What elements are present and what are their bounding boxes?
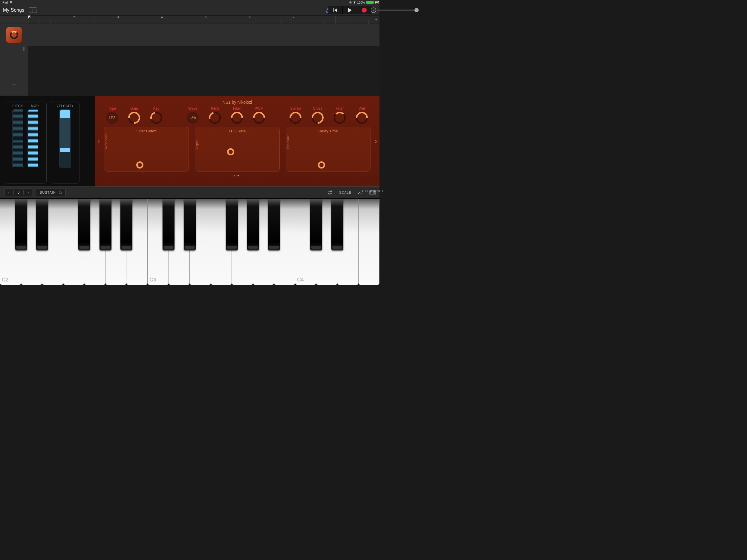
black-key[interactable]: [15, 199, 27, 250]
status-bar: iPad 8:55 PM 100% ⚡: [0, 0, 380, 5]
add-bars-button[interactable]: ＋: [374, 17, 378, 22]
page-indicator[interactable]: ●●: [104, 174, 370, 177]
mod-wheel[interactable]: [27, 109, 39, 168]
next-page-button[interactable]: ›: [375, 136, 377, 146]
keyboard[interactable]: C2 C3 C4: [0, 198, 380, 285]
pitch-wheel[interactable]: [12, 109, 24, 168]
octave-control: ‹ 0 ›: [4, 188, 33, 196]
songs-button[interactable]: My Songs: [3, 7, 24, 13]
knob-pitch[interactable]: Pitch: [207, 106, 223, 124]
black-key[interactable]: [268, 199, 280, 250]
bar-mark: 2: [72, 16, 75, 24]
octave-up-button[interactable]: ›: [24, 190, 32, 195]
bar-mark: 6: [248, 16, 251, 24]
octave-value: 0: [14, 190, 24, 195]
bar-mark: 3: [116, 16, 119, 24]
bar-mark: 4: [160, 16, 163, 24]
add-track-button[interactable]: ＋: [0, 74, 28, 96]
volume-slider[interactable]: [377, 9, 380, 11]
instrument-panel: PITCH — MOD VELOCITY ‹ › NS1 by Nikolozi…: [0, 96, 380, 186]
black-key[interactable]: [100, 199, 111, 250]
svg-point-17: [361, 193, 362, 194]
xy-pad-delay[interactable]: Delay Time Feedback: [286, 127, 370, 172]
track-header-1[interactable]: [0, 24, 28, 46]
octave-down-button[interactable]: ‹: [4, 190, 14, 195]
svg-rect-10: [59, 192, 61, 194]
keyboard-toolbar: ‹ 0 › SUSTAIN GLISSANDO ● ○ SCALE: [0, 186, 380, 198]
timeline[interactable]: 1 2 3 4 5 6 7 8 ＋: [28, 16, 380, 96]
knob-key[interactable]: Key: [148, 106, 164, 124]
mod-label: MOD: [31, 104, 39, 108]
knob-gain[interactable]: Gain: [126, 106, 142, 124]
bar-mark: 1: [28, 16, 31, 24]
black-key[interactable]: [36, 199, 48, 250]
black-key[interactable]: [184, 199, 196, 250]
knob-wet[interactable]: Wet: [354, 106, 370, 124]
left-controls: PITCH — MOD VELOCITY: [0, 96, 95, 186]
keyboard-mode[interactable]: GLISSANDO ● ○: [362, 189, 380, 196]
knob-wave[interactable]: Wave s&h: [185, 106, 201, 124]
tracks-area: ＋ 1 2 3 4 5 6 7 8 ＋: [0, 16, 380, 96]
xy-pad-filter[interactable]: Filter Cutoff Resonance: [104, 127, 189, 172]
knob-filter[interactable]: Filter: [229, 106, 245, 124]
knob-cross[interactable]: Cross: [310, 106, 326, 124]
black-key[interactable]: [226, 199, 238, 250]
sustain-button[interactable]: SUSTAIN: [36, 188, 66, 196]
track-resize-handle[interactable]: [0, 46, 28, 51]
record-button[interactable]: [357, 6, 371, 14]
black-key[interactable]: [331, 199, 343, 250]
bar-mark: 5: [204, 16, 207, 24]
velocity-label: VELOCITY: [56, 104, 74, 108]
scale-button[interactable]: SCALE: [339, 190, 352, 194]
bar-mark: 7: [292, 16, 294, 24]
battery-pct: 100%: [357, 1, 365, 4]
prev-page-button[interactable]: ‹: [97, 136, 100, 146]
view-toggle-button[interactable]: [28, 6, 37, 14]
black-key[interactable]: [162, 199, 175, 250]
synth-title: NS1 by Nikolozi: [104, 100, 370, 105]
black-key[interactable]: [310, 199, 322, 250]
white-key[interactable]: [359, 199, 380, 285]
knob-pwm[interactable]: PWM: [251, 106, 267, 124]
app-toolbar: My Songs ?: [0, 5, 380, 16]
velocity-box: VELOCITY: [51, 102, 79, 183]
dnd-icon: [349, 1, 352, 4]
track-headers: ＋: [0, 16, 28, 96]
transport-controls: [328, 6, 380, 14]
wifi-icon: [9, 1, 13, 4]
black-key[interactable]: [78, 199, 90, 250]
knob-type[interactable]: Type LP2: [104, 106, 120, 124]
svg-point-15: [358, 193, 359, 194]
synth-panel: ‹ › NS1 by Nikolozi Type LP2 Gain Key Wa…: [95, 96, 380, 186]
pitch-mod-box: PITCH — MOD: [5, 102, 47, 183]
knob-filter2[interactable]: Filter: [332, 106, 348, 124]
ruler[interactable]: 1 2 3 4 5 6 7 8 ＋: [28, 16, 380, 24]
knob-stereo[interactable]: Stereo: [287, 106, 304, 124]
svg-point-16: [359, 192, 360, 193]
battery-icon: [366, 1, 373, 4]
velocity-slider[interactable]: [59, 109, 71, 168]
bluetooth-icon: [354, 1, 356, 4]
lock-icon: [59, 190, 62, 195]
instrument-icon: [6, 27, 22, 43]
keyboard-settings-icon[interactable]: [327, 190, 333, 195]
svg-point-13: [331, 190, 332, 192]
rewind-button[interactable]: [328, 6, 343, 14]
play-button[interactable]: [343, 6, 357, 14]
bar-mark: 8: [336, 16, 338, 24]
pitch-label: PITCH: [12, 104, 23, 108]
black-key[interactable]: [247, 199, 259, 250]
track-lane-1[interactable]: [28, 24, 380, 46]
black-key[interactable]: [121, 199, 132, 250]
device-label: iPad: [2, 1, 8, 4]
svg-point-14: [329, 193, 330, 194]
xy-pad-lfo[interactable]: LFO Rate Depth: [195, 127, 280, 172]
